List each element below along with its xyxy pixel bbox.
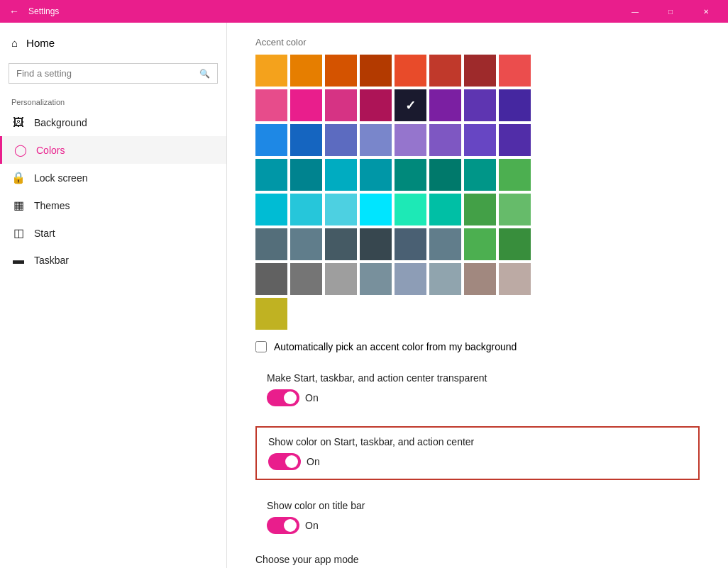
color-swatch[interactable] xyxy=(499,263,531,295)
color-swatch[interactable] xyxy=(464,194,496,225)
auto-accent-checkbox[interactable] xyxy=(255,341,267,352)
color-swatch[interactable] xyxy=(395,263,426,295)
close-button[interactable]: ✕ xyxy=(690,0,722,23)
auto-accent-label: Automatically pick an accent color from … xyxy=(274,341,517,352)
show-color-toggle-text: On xyxy=(307,456,320,467)
window-controls: — □ ✕ xyxy=(619,0,722,23)
sidebar-item-background[interactable]: 🖼 Background xyxy=(0,109,226,136)
color-swatch[interactable] xyxy=(499,89,531,121)
color-swatch[interactable] xyxy=(290,159,322,191)
color-swatch[interactable] xyxy=(395,55,426,87)
color-swatch[interactable] xyxy=(429,194,461,225)
color-swatch[interactable] xyxy=(290,194,322,225)
color-swatch[interactable] xyxy=(255,263,287,295)
color-swatch[interactable] xyxy=(464,263,496,295)
main-content: Accent color ✓ Automatically pick an acc… xyxy=(227,23,728,568)
color-swatch[interactable] xyxy=(360,124,392,156)
transparent-toggle-label: Make Start, taskbar, and action center t… xyxy=(267,372,688,384)
transparent-toggle-knob xyxy=(284,391,297,404)
taskbar-icon: ▬ xyxy=(11,254,26,267)
color-swatch[interactable] xyxy=(360,263,392,295)
color-swatch[interactable] xyxy=(464,159,496,191)
color-swatch[interactable] xyxy=(255,194,287,225)
color-swatch[interactable] xyxy=(325,89,357,121)
color-swatch[interactable] xyxy=(360,159,392,191)
show-color-toggle-switch[interactable] xyxy=(268,453,301,470)
color-swatch[interactable] xyxy=(360,194,392,225)
sidebar-item-themes[interactable]: ▦ Themes xyxy=(0,191,226,219)
show-color-toggle-knob xyxy=(285,455,298,468)
color-swatch[interactable] xyxy=(499,159,531,191)
accent-color-label: Accent color xyxy=(255,37,700,48)
color-swatch[interactable] xyxy=(255,228,287,260)
color-swatch[interactable] xyxy=(360,89,392,121)
taskbar-label: Taskbar xyxy=(34,255,69,266)
color-swatch[interactable] xyxy=(325,228,357,260)
color-swatch[interactable] xyxy=(360,55,392,87)
color-swatch[interactable] xyxy=(255,159,287,191)
color-swatch[interactable] xyxy=(290,124,322,156)
color-swatch[interactable] xyxy=(325,194,357,225)
color-swatch[interactable] xyxy=(464,124,496,156)
sidebar-item-colors[interactable]: ◯ Colors xyxy=(0,136,226,164)
search-input[interactable] xyxy=(16,68,199,79)
sidebar-item-lockscreen[interactable]: 🔒 Lock screen xyxy=(0,164,226,191)
sidebar-home[interactable]: ⌂ Home xyxy=(0,28,226,57)
color-swatch[interactable] xyxy=(290,89,322,121)
search-icon: 🔍 xyxy=(199,69,210,79)
color-swatch[interactable] xyxy=(429,55,461,87)
color-swatch[interactable] xyxy=(255,55,287,87)
color-swatch[interactable] xyxy=(499,194,531,225)
title-bar: ← Settings — □ ✕ xyxy=(0,0,728,23)
color-swatch[interactable] xyxy=(464,89,496,121)
start-label: Start xyxy=(34,228,55,239)
color-swatch[interactable] xyxy=(429,124,461,156)
color-swatch[interactable] xyxy=(464,55,496,87)
color-swatch[interactable] xyxy=(255,89,287,121)
transparent-toggle-text: On xyxy=(305,392,319,403)
color-swatch[interactable] xyxy=(464,228,496,260)
color-swatch[interactable] xyxy=(395,194,426,225)
color-swatch[interactable] xyxy=(325,124,357,156)
color-swatch[interactable] xyxy=(429,263,461,295)
color-swatch[interactable] xyxy=(325,159,357,191)
color-swatch[interactable]: ✓ xyxy=(395,89,426,121)
sidebar-search[interactable]: 🔍 xyxy=(9,63,218,84)
color-swatch[interactable] xyxy=(325,263,357,295)
color-swatch[interactable] xyxy=(429,89,461,121)
lockscreen-label: Lock screen xyxy=(34,172,87,184)
color-swatch[interactable] xyxy=(360,228,392,260)
transparent-toggle-row: On xyxy=(267,389,688,406)
home-label: Home xyxy=(26,37,55,49)
color-swatch[interactable] xyxy=(499,228,531,260)
lockscreen-icon: 🔒 xyxy=(11,171,26,184)
color-swatch[interactable] xyxy=(429,159,461,191)
color-swatch[interactable] xyxy=(395,124,426,156)
color-swatch[interactable] xyxy=(290,263,322,295)
maximize-button[interactable]: □ xyxy=(654,0,687,23)
color-swatch[interactable] xyxy=(499,55,531,87)
color-swatch[interactable] xyxy=(290,228,322,260)
background-icon: 🖼 xyxy=(11,116,26,129)
color-swatch[interactable] xyxy=(255,298,287,330)
transparent-toggle-switch[interactable] xyxy=(267,389,299,406)
color-swatch[interactable] xyxy=(395,159,426,191)
color-swatch[interactable] xyxy=(325,55,357,87)
sidebar-item-start[interactable]: ◫ Start xyxy=(0,219,226,247)
colors-icon: ◯ xyxy=(13,143,28,157)
color-swatch[interactable] xyxy=(395,228,426,260)
transparent-toggle-section: Make Start, taskbar, and action center t… xyxy=(255,364,700,415)
minimize-button[interactable]: — xyxy=(619,0,651,23)
color-swatch[interactable] xyxy=(255,124,287,156)
titlebar-toggle-row: On xyxy=(267,517,688,534)
color-swatch[interactable] xyxy=(290,55,322,87)
color-swatch[interactable] xyxy=(499,124,531,156)
sidebar-section-label: Personalization xyxy=(0,89,226,109)
app-body: ⌂ Home 🔍 Personalization 🖼 Background ◯ … xyxy=(0,23,728,568)
titlebar-toggle-switch[interactable] xyxy=(267,517,299,534)
color-grid: ✓ xyxy=(255,55,700,330)
back-button[interactable]: ← xyxy=(6,3,23,20)
start-icon: ◫ xyxy=(11,226,26,240)
color-swatch[interactable] xyxy=(429,228,461,260)
sidebar-item-taskbar[interactable]: ▬ Taskbar xyxy=(0,247,226,274)
